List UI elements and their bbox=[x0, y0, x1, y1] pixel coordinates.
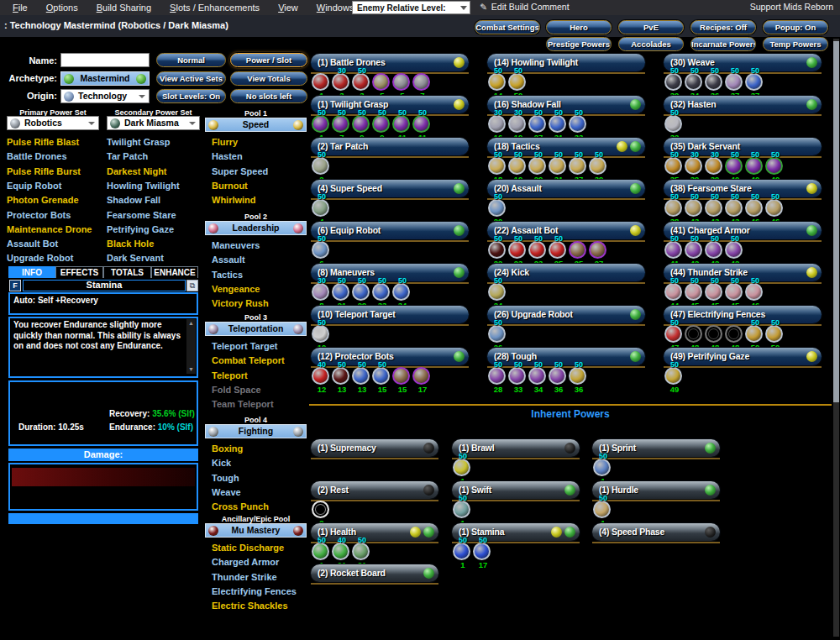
enhancement-slot[interactable]: 507 bbox=[332, 113, 352, 139]
pool-select-mu-mastery[interactable]: Mu Mastery bbox=[205, 523, 307, 538]
tab-totals[interactable]: TOTALS bbox=[103, 266, 151, 278]
enhancement-slot[interactable]: 5040 bbox=[745, 155, 765, 181]
enhancement-slot[interactable]: 5031 bbox=[549, 113, 569, 139]
enhancement-slot[interactable]: 1 bbox=[312, 71, 332, 97]
power-bar-47-electrifying-fences[interactable]: (47) Electrifying Fences bbox=[664, 306, 822, 323]
enhancement-slot[interactable]: 5014 bbox=[488, 71, 508, 97]
powerlist-item-thunder-strike[interactable]: Thunder Strike bbox=[212, 572, 277, 582]
enhancement-slot[interactable]: 5050 bbox=[745, 323, 765, 349]
button-view-active-sets[interactable]: View Active Sets bbox=[156, 71, 226, 86]
enhancement-slot[interactable]: 506 bbox=[312, 239, 332, 265]
enhancement-slot[interactable]: 5038 bbox=[664, 197, 685, 223]
button-incarnate-powers[interactable]: Incarnate Powers bbox=[690, 37, 756, 51]
enhancement-slot[interactable]: 5034 bbox=[528, 365, 549, 391]
powerlist-item-kick[interactable]: Kick bbox=[212, 458, 231, 468]
enhancement-slot[interactable]: 5043 bbox=[705, 197, 725, 223]
menu-build-sharing[interactable]: Build Sharing bbox=[87, 1, 160, 14]
powerlist-item-team-teleport[interactable]: Team Teleport bbox=[212, 399, 274, 409]
enhancement-slot[interactable]: 501 bbox=[453, 499, 473, 524]
button-no-slots-left[interactable]: No slots left bbox=[230, 89, 307, 103]
button-view-totals[interactable]: View Totals bbox=[230, 71, 307, 86]
scroll-down-icon[interactable]: ▼ bbox=[186, 365, 196, 374]
enhancement-slot[interactable]: 5040 bbox=[765, 155, 785, 181]
powerlist-item-boxing[interactable]: Boxing bbox=[212, 443, 243, 454]
power-bar-4-speed-phase[interactable]: (4) Speed Phase bbox=[592, 523, 720, 541]
power-bar-2-rocket-board[interactable]: (2) Rocket Board bbox=[311, 564, 438, 582]
enhancement-slot[interactable]: 3019 bbox=[508, 113, 528, 139]
pool-select-leadership[interactable]: Leadership bbox=[205, 221, 307, 235]
enhancement-slot[interactable]: 5030 bbox=[664, 71, 685, 97]
power-bar-6-equip-robot[interactable]: (6) Equip Robot bbox=[311, 222, 469, 239]
scroll-up-icon[interactable]: ▲ bbox=[186, 319, 196, 328]
enhancement-slot[interactable]: 5033 bbox=[508, 365, 528, 391]
archetype-selector[interactable]: Mastermind bbox=[60, 71, 150, 86]
powerlist-item-electric-shackles[interactable]: Electric Shackles bbox=[212, 601, 288, 611]
enhancement-slot[interactable]: 503 bbox=[352, 71, 372, 97]
powerlist-item-pulse-rifle-blast[interactable]: Pulse Rifle Blast bbox=[7, 137, 79, 147]
enhancement-slot[interactable]: 5023 bbox=[508, 239, 528, 265]
enhancement-slot[interactable]: 5 bbox=[392, 71, 412, 97]
pool-select-teleportation[interactable]: Teleportation bbox=[205, 322, 307, 336]
powerlist-item-tactics[interactable]: Tactics bbox=[212, 270, 243, 280]
powerlist-item-vengeance[interactable]: Vengeance bbox=[212, 284, 260, 294]
powerlist-item-charged-armor[interactable]: Charged Armor bbox=[212, 557, 279, 567]
enhancement-slot[interactable]: 5031 bbox=[549, 155, 569, 181]
primary-powerset-select[interactable]: Robotics bbox=[7, 116, 99, 130]
powerlist-item-teleport-target[interactable]: Teleport Target bbox=[212, 341, 277, 351]
powerlist-item-weave[interactable]: Weave bbox=[212, 487, 241, 497]
power-bar-32-hasten[interactable]: (32) Hasten bbox=[664, 96, 822, 113]
enhancement-slot[interactable]: 48 bbox=[685, 323, 705, 349]
button-hero[interactable]: Hero bbox=[546, 20, 612, 34]
enhancement-slot[interactable]: 5045 bbox=[685, 281, 705, 307]
powerlist-item-maintenance-drone[interactable]: Maintenance Drone bbox=[7, 224, 92, 234]
pool-select-speed[interactable]: Speed bbox=[205, 118, 307, 132]
enhancement-slot[interactable]: 7 bbox=[412, 71, 433, 97]
enhancement-slot[interactable]: 27 bbox=[589, 239, 609, 265]
power-bar-1-supremacy[interactable]: (1) Supremacy bbox=[311, 439, 438, 457]
enhancement-slot[interactable]: 5019 bbox=[508, 155, 528, 181]
enhancement-slot[interactable]: 5025 bbox=[549, 239, 569, 265]
enhancement-slot[interactable]: 3039 bbox=[705, 155, 725, 181]
enhancement-slot[interactable]: 5027 bbox=[528, 113, 549, 139]
enhancement-slot[interactable]: 5050 bbox=[765, 323, 785, 349]
menu-view[interactable]: View bbox=[269, 1, 307, 14]
enhancement-slot[interactable]: 5028 bbox=[488, 365, 508, 391]
enhancement-slot[interactable]: 5040 bbox=[725, 155, 745, 181]
enhancement-slot[interactable]: 3016 bbox=[488, 113, 508, 139]
button-popup-on[interactable]: Popup: On bbox=[763, 20, 828, 34]
enhancement-slot[interactable]: 5029 bbox=[352, 281, 372, 307]
description-scrollbar[interactable]: ▲ ▼ bbox=[186, 319, 196, 374]
enhancement-slot[interactable]: 5010 bbox=[312, 323, 332, 349]
enhancement-slot[interactable]: 5044 bbox=[664, 281, 685, 307]
button-pve[interactable]: PvE bbox=[618, 20, 684, 34]
enhancement-slot[interactable]: 5042 bbox=[705, 239, 725, 265]
powerlist-item-flurry[interactable]: Flurry bbox=[212, 137, 238, 147]
enhancement-slot[interactable]: 5026 bbox=[488, 323, 508, 349]
powerlist-item-dark-servant[interactable]: Dark Servant bbox=[107, 253, 164, 263]
enhancement-slot[interactable]: 48 bbox=[705, 323, 725, 349]
favorite-button[interactable]: F bbox=[9, 280, 21, 291]
button-temp-powers[interactable]: Temp Powers bbox=[763, 37, 828, 51]
enhancement-slot[interactable]: 502 bbox=[312, 155, 332, 181]
enhancement-slot[interactable]: 501 bbox=[312, 541, 332, 566]
powerlist-item-fearsome-stare[interactable]: Fearsome Stare bbox=[107, 210, 176, 220]
button-combat-settings[interactable]: Combat Settings bbox=[475, 20, 540, 34]
tab-enhance[interactable]: ENHANCE bbox=[151, 266, 198, 278]
powerlist-item-twilight-grasp[interactable]: Twilight Grasp bbox=[107, 137, 171, 147]
powerlist-item-photon-grenade[interactable]: Photon Grenade bbox=[7, 195, 79, 205]
enhancement-slot[interactable]: 5042 bbox=[725, 239, 745, 265]
powerlist-item-cross-punch[interactable]: Cross Punch bbox=[212, 501, 269, 511]
enhancement-slot[interactable]: 308 bbox=[312, 281, 332, 307]
powerlist-item-petrifying-gaze[interactable]: Petrifying Gaze bbox=[107, 224, 174, 234]
powerlist-item-maneuvers[interactable]: Maneuvers bbox=[212, 240, 260, 250]
menu-slots-enhancements[interactable]: Slots / Enhancements bbox=[160, 1, 269, 14]
enhancement-slot[interactable]: 5011 bbox=[392, 113, 412, 139]
enhancement-slot[interactable]: 5046 bbox=[745, 281, 765, 307]
powerlist-item-hasten[interactable]: Hasten bbox=[212, 151, 243, 161]
power-bar-26-upgrade-robot[interactable]: (26) Upgrade Robot bbox=[487, 306, 645, 323]
powerlist-item-static-discharge[interactable]: Static Discharge bbox=[212, 543, 284, 553]
powerlist-item-howling-twilight[interactable]: Howling Twilight bbox=[107, 181, 180, 191]
enhancement-slot[interactable]: 5023 bbox=[528, 239, 549, 265]
enhancement-slot[interactable]: 5035 bbox=[664, 155, 685, 181]
power-bar-49-petrifying-gaze[interactable]: (49) Petrifying Gaze bbox=[664, 348, 822, 365]
